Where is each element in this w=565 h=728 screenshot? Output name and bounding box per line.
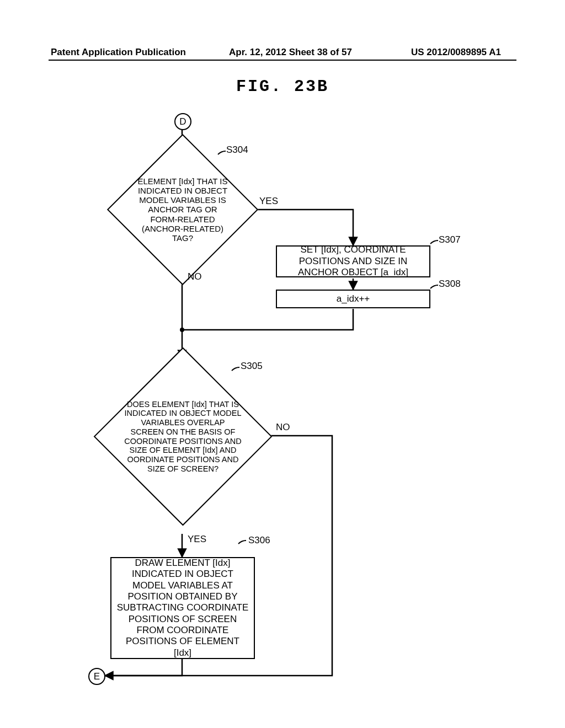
header-pub-number: US 2012/0089895 A1 bbox=[411, 47, 501, 58]
step-id-s308: S308 bbox=[439, 279, 461, 290]
patent-figure-page: Patent Application Publication Apr. 12, … bbox=[0, 0, 565, 728]
flow-lines bbox=[0, 0, 565, 728]
decision-s304: ELEMENT [Idx] THAT IS INDICATED IN OBJEC… bbox=[107, 134, 258, 285]
process-s307-text: SET [Idx], COORDINATE POSITIONS AND SIZE… bbox=[281, 244, 425, 278]
header-date-sheet: Apr. 12, 2012 Sheet 38 of 57 bbox=[229, 47, 352, 58]
connector-e-label: E bbox=[94, 671, 100, 682]
process-s306: DRAW ELEMENT [Idx] INDICATED IN OBJECT M… bbox=[110, 557, 255, 659]
step-id-s305: S305 bbox=[241, 361, 263, 372]
header-rule bbox=[49, 60, 516, 61]
process-s308-text: a_idx++ bbox=[337, 293, 370, 304]
decision-s304-text: ELEMENT [Idx] THAT IS INDICATED IN OBJEC… bbox=[134, 176, 232, 243]
step-id-s307: S307 bbox=[439, 234, 461, 245]
s305-no-label: NO bbox=[276, 422, 290, 433]
connector-e: E bbox=[88, 668, 105, 685]
connector-d-label: D bbox=[179, 116, 186, 127]
connector-d: D bbox=[174, 113, 191, 130]
step-id-s304: S304 bbox=[226, 144, 248, 156]
s304-no-label: NO bbox=[188, 271, 202, 282]
process-s308: a_idx++ bbox=[276, 290, 430, 308]
s305-yes-label: YES bbox=[188, 534, 206, 545]
decision-s305-text: DOES ELEMENT [Idx] THAT IS INDICATED IN … bbox=[124, 400, 242, 473]
process-s307: SET [Idx], COORDINATE POSITIONS AND SIZE… bbox=[276, 245, 430, 277]
s304-yes-label: YES bbox=[259, 196, 278, 207]
header-publication: Patent Application Publication bbox=[51, 47, 186, 58]
process-s306-text: DRAW ELEMENT [Idx] INDICATED IN OBJECT M… bbox=[116, 558, 249, 659]
step-id-s306: S306 bbox=[248, 535, 270, 546]
decision-s305: DOES ELEMENT [Idx] THAT IS INDICATED IN … bbox=[94, 347, 273, 526]
figure-title: FIG. 23B bbox=[0, 77, 565, 96]
svg-point-3 bbox=[180, 328, 184, 332]
